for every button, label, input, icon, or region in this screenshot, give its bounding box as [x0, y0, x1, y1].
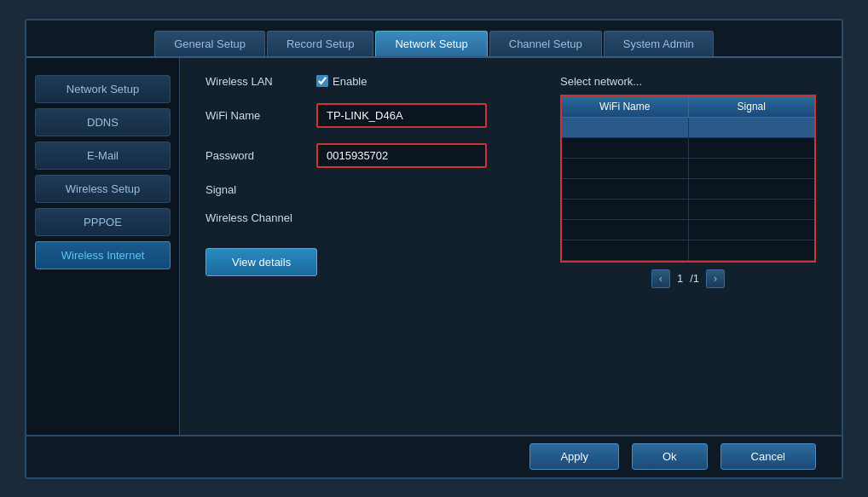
select-network-label: Select network... [560, 75, 816, 88]
cell-signal-6 [689, 240, 815, 260]
ok-button[interactable]: Ok [632, 443, 708, 470]
signal-label: Signal [205, 183, 316, 196]
cell-wifi-6 [562, 240, 689, 260]
cell-wifi-4 [562, 199, 689, 219]
sidebar-item-ddns[interactable]: DDNS [35, 108, 171, 136]
left-section: Wireless LAN Enable WiFi Name Password [205, 75, 535, 418]
cell-signal-4 [689, 199, 815, 219]
cell-signal-1 [689, 138, 815, 158]
signal-row: Signal [205, 183, 535, 196]
next-page-button[interactable]: › [706, 269, 725, 288]
cell-signal-5 [689, 220, 815, 240]
tab-bar: General Setup Record Setup Network Setup… [26, 20, 842, 56]
sidebar: Network Setup DDNS E-Mail Wireless Setup… [26, 58, 180, 435]
tab-channel[interactable]: Channel Setup [489, 31, 602, 56]
wireless-lan-label: Wireless LAN [205, 75, 316, 88]
main-content: Network Setup DDNS E-Mail Wireless Setup… [26, 56, 842, 435]
tab-system[interactable]: System Admin [604, 31, 714, 56]
cell-signal-2 [689, 159, 815, 178]
network-row-2[interactable] [562, 159, 814, 179]
cell-wifi-5 [562, 220, 689, 240]
main-window: General Setup Record Setup Network Setup… [25, 19, 843, 479]
cell-wifi-1 [562, 138, 689, 158]
prev-page-button[interactable]: ‹ [651, 269, 670, 288]
right-section: Select network... WiFi Name Signal [560, 75, 816, 418]
network-row-4[interactable] [562, 199, 814, 220]
network-table-header: WiFi Name Signal [562, 96, 814, 118]
sidebar-item-wireless-setup[interactable]: Wireless Setup [35, 175, 171, 203]
password-label: Password [205, 149, 316, 162]
sidebar-item-network-setup[interactable]: Network Setup [35, 75, 171, 103]
wireless-channel-label: Wireless Channel [205, 211, 316, 224]
cell-wifi-0 [562, 118, 689, 137]
password-row: Password [205, 143, 535, 168]
tab-record[interactable]: Record Setup [267, 31, 374, 56]
tab-network[interactable]: Network Setup [375, 31, 487, 56]
network-row-0[interactable] [562, 118, 814, 138]
enable-label: Enable [333, 75, 367, 88]
cell-signal-0 [689, 118, 815, 137]
wireless-channel-row: Wireless Channel [205, 211, 535, 224]
sidebar-item-email[interactable]: E-Mail [35, 142, 171, 170]
current-page: 1 [677, 272, 683, 285]
col-signal: Signal [689, 96, 815, 117]
cell-signal-3 [689, 179, 815, 199]
network-row-3[interactable] [562, 179, 814, 199]
wifi-name-input[interactable] [316, 103, 487, 128]
network-row-1[interactable] [562, 138, 814, 159]
network-row-5[interactable] [562, 220, 814, 240]
enable-checkbox[interactable] [316, 75, 328, 87]
password-input[interactable] [316, 143, 487, 168]
cell-wifi-3 [562, 179, 689, 199]
enable-checkbox-container: Enable [316, 75, 367, 88]
pagination: ‹ 1 /1 › [560, 269, 816, 288]
network-row-6[interactable] [562, 240, 814, 261]
sidebar-item-pppoe[interactable]: PPPOE [35, 208, 171, 236]
wifi-name-label: WiFi Name [205, 109, 316, 122]
wireless-lan-row: Wireless LAN Enable [205, 75, 535, 88]
total-pages: /1 [690, 272, 699, 285]
cell-wifi-2 [562, 159, 689, 178]
content-panel: Wireless LAN Enable WiFi Name Password [180, 58, 842, 435]
bottom-bar: Apply Ok Cancel [26, 435, 842, 477]
apply-button[interactable]: Apply [529, 443, 619, 470]
network-table: WiFi Name Signal [560, 95, 816, 263]
tab-general[interactable]: General Setup [154, 31, 265, 56]
wifi-name-row: WiFi Name [205, 103, 535, 128]
view-details-button[interactable]: View details [205, 248, 317, 276]
col-wifi-name: WiFi Name [562, 96, 689, 117]
sidebar-item-wireless-internet[interactable]: Wireless Internet [35, 241, 171, 269]
cancel-button[interactable]: Cancel [720, 443, 816, 470]
